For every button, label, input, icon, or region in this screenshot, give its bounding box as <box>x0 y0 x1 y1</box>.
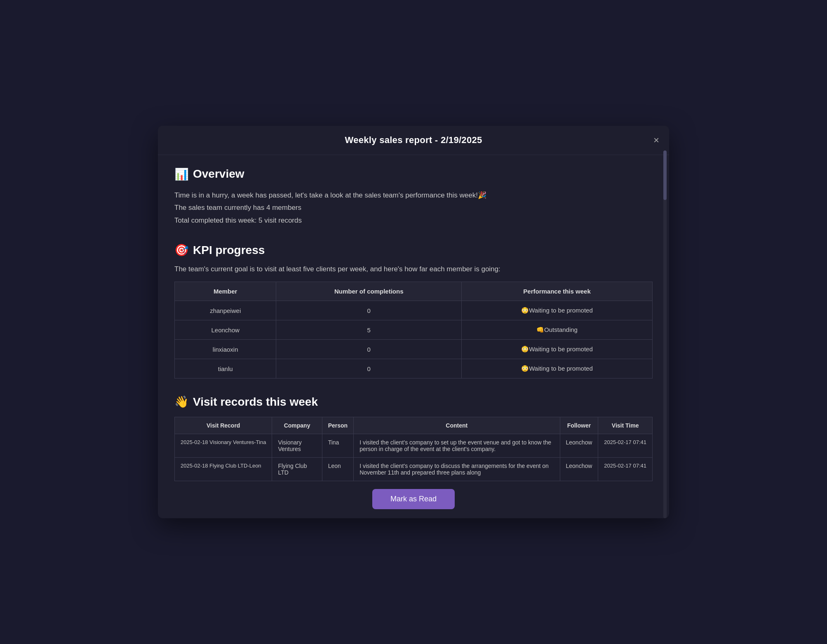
kpi-table: Member Number of completions Performance… <box>174 282 653 378</box>
kpi-section: 🎯 KPI progress The team's current goal i… <box>174 243 653 378</box>
overview-title: 📊 Overview <box>174 167 653 181</box>
kpi-member: Leonchow <box>175 320 276 340</box>
kpi-completions: 0 <box>276 340 462 359</box>
kpi-completions: 0 <box>276 359 462 378</box>
kpi-header-row: Member Number of completions Performance… <box>175 282 653 301</box>
visit-icon: 👋 <box>174 395 189 409</box>
visit-time: 2025-02-17 07:41 <box>598 458 653 481</box>
visit-section: 👋 Visit records this week Visit Record C… <box>174 395 653 481</box>
visit-follower: Leonchow <box>560 458 598 481</box>
visit-header-row: Visit Record Company Person Content Foll… <box>175 417 653 434</box>
modal-container: Weekly sales report - 2/19/2025 × 📊 Over… <box>158 126 669 519</box>
kpi-col-completions: Number of completions <box>276 282 462 301</box>
overview-text: Time is in a hurry, a week has passed, l… <box>174 189 653 227</box>
kpi-member: tianlu <box>175 359 276 378</box>
kpi-performance: 😳Waiting to be promoted <box>462 359 653 378</box>
kpi-icon: 🎯 <box>174 243 189 257</box>
visit-table: Visit Record Company Person Content Foll… <box>174 417 653 481</box>
overview-section: 📊 Overview Time is in a hurry, a week ha… <box>174 167 653 227</box>
modal-header: Weekly sales report - 2/19/2025 × <box>158 126 669 155</box>
kpi-completions: 5 <box>276 320 462 340</box>
scrollbar-track[interactable] <box>663 150 667 519</box>
kpi-col-performance: Performance this week <box>462 282 653 301</box>
kpi-completions: 0 <box>276 301 462 320</box>
visit-record: 2025-02-18 Visionary Ventures-Tina <box>175 434 272 458</box>
visit-company: Visionary Ventures <box>272 434 322 458</box>
kpi-performance: 😳Waiting to be promoted <box>462 301 653 320</box>
kpi-table-body: zhanpeiwei 0 😳Waiting to be promoted Leo… <box>175 301 653 378</box>
visit-table-header: Visit Record Company Person Content Foll… <box>175 417 653 434</box>
visit-col-record: Visit Record <box>175 417 272 434</box>
visit-time: 2025-02-17 07:41 <box>598 434 653 458</box>
visit-follower: Leonchow <box>560 434 598 458</box>
kpi-performance: 😳Waiting to be promoted <box>462 340 653 359</box>
mark-as-read-button[interactable]: Mark as Read <box>372 489 455 509</box>
table-row: 2025-02-18 Flying Club LTD-Leon Flying C… <box>175 458 653 481</box>
visit-person: Leon <box>322 458 353 481</box>
scrollbar-thumb[interactable] <box>663 150 667 200</box>
table-row: zhanpeiwei 0 😳Waiting to be promoted <box>175 301 653 320</box>
table-row: 2025-02-18 Visionary Ventures-Tina Visio… <box>175 434 653 458</box>
visit-content: I visited the client's company to set up… <box>354 434 560 458</box>
visit-col-company: Company <box>272 417 322 434</box>
kpi-description: The team's current goal is to visit at l… <box>174 265 653 273</box>
kpi-col-member: Member <box>175 282 276 301</box>
visit-col-time: Visit Time <box>598 417 653 434</box>
kpi-title: 🎯 KPI progress <box>174 243 653 257</box>
modal-title: Weekly sales report - 2/19/2025 <box>345 135 482 146</box>
visit-title: 👋 Visit records this week <box>174 395 653 409</box>
kpi-performance: 👊Outstanding <box>462 320 653 340</box>
modal-body: 📊 Overview Time is in a hurry, a week ha… <box>158 155 669 519</box>
visit-col-follower: Follower <box>560 417 598 434</box>
kpi-table-header: Member Number of completions Performance… <box>175 282 653 301</box>
kpi-member: linxiaoxin <box>175 340 276 359</box>
table-row: Leonchow 5 👊Outstanding <box>175 320 653 340</box>
overview-icon: 📊 <box>174 167 189 181</box>
visit-col-person: Person <box>322 417 353 434</box>
close-button[interactable]: × <box>653 135 659 145</box>
visit-person: Tina <box>322 434 353 458</box>
visit-table-body: 2025-02-18 Visionary Ventures-Tina Visio… <box>175 434 653 481</box>
visit-record: 2025-02-18 Flying Club LTD-Leon <box>175 458 272 481</box>
table-row: tianlu 0 😳Waiting to be promoted <box>175 359 653 378</box>
table-row: linxiaoxin 0 😳Waiting to be promoted <box>175 340 653 359</box>
kpi-member: zhanpeiwei <box>175 301 276 320</box>
visit-col-content: Content <box>354 417 560 434</box>
visit-company: Flying Club LTD <box>272 458 322 481</box>
visit-content: I visited the client's company to discus… <box>354 458 560 481</box>
